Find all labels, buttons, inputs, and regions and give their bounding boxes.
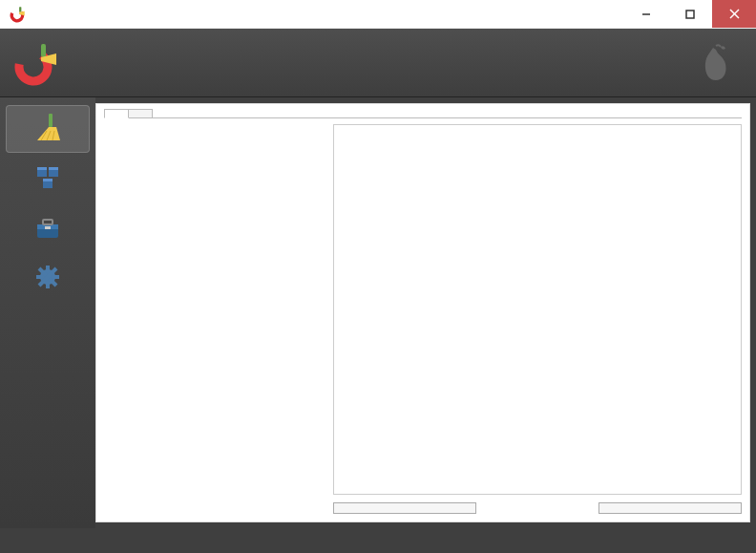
broom-icon (31, 113, 65, 143)
tab-strip (104, 108, 742, 117)
maximize-button[interactable] (668, 0, 712, 28)
svg-rect-16 (49, 167, 58, 170)
svg-point-0 (10, 8, 24, 22)
main-area (0, 97, 756, 528)
minimize-button[interactable] (624, 0, 668, 28)
cleaning-tree[interactable] (104, 124, 324, 495)
svg-rect-21 (45, 226, 51, 229)
footer (0, 528, 756, 553)
tab-applications[interactable] (128, 109, 153, 118)
svg-rect-7 (41, 44, 46, 57)
ccleaner-logo-icon (13, 39, 61, 87)
close-button[interactable] (712, 0, 756, 28)
header (0, 29, 756, 97)
svg-rect-20 (43, 220, 52, 224)
sidebar-item-registry[interactable] (6, 155, 90, 202)
sidebar-item-cleaner[interactable] (6, 105, 90, 153)
app-icon (8, 4, 29, 25)
svg-rect-8 (49, 114, 52, 127)
run-cleaner-button[interactable] (598, 502, 742, 514)
content-panel (95, 103, 750, 522)
window-controls (624, 0, 756, 28)
svg-rect-17 (43, 179, 52, 181)
registry-icon (31, 162, 65, 193)
title-bar (0, 0, 756, 29)
results-pane (333, 124, 742, 495)
gear-icon (31, 262, 65, 292)
sidebar-item-tools[interactable] (6, 204, 90, 252)
tab-windows[interactable] (104, 109, 129, 118)
svg-point-6 (14, 46, 53, 85)
svg-rect-15 (37, 167, 47, 170)
sidebar-item-options[interactable] (6, 254, 90, 302)
toolbox-icon (31, 212, 65, 243)
svg-rect-3 (686, 11, 694, 18)
svg-rect-1 (19, 7, 21, 12)
piriform-pear-icon (689, 38, 737, 86)
analyze-button[interactable] (333, 502, 476, 514)
sidebar (0, 97, 95, 528)
